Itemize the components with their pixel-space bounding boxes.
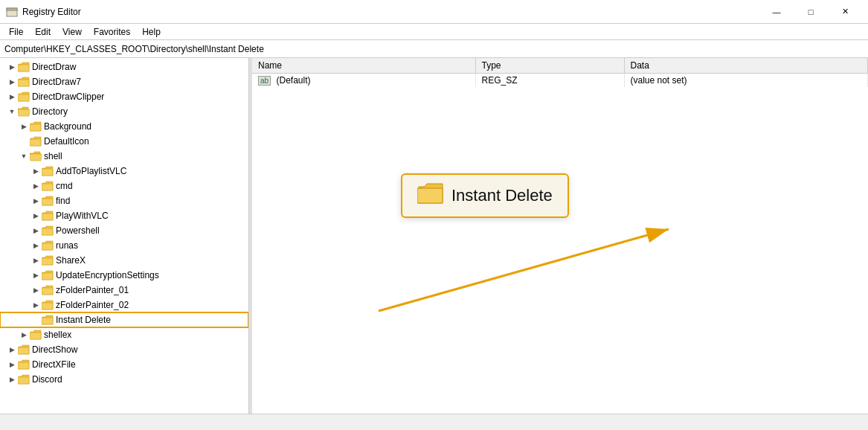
tree-label: Directory [32, 106, 68, 117]
expand-icon[interactable]: ▶ [30, 195, 42, 207]
window-title: Registry Editor [22, 7, 759, 17]
folder-icon [42, 299, 54, 311]
callout-arrow [252, 58, 868, 414]
tree-item-directdraw[interactable]: ▶ DirectDraw [0, 60, 248, 74]
cell-name: ab (Default) [252, 74, 475, 88]
folder-open-icon [30, 150, 42, 162]
tree-item-background[interactable]: ▶ Background [0, 119, 248, 134]
svg-line-2 [379, 229, 669, 311]
expand-icon[interactable]: ▼ [6, 106, 18, 118]
expand-icon[interactable]: ▶ [30, 299, 42, 311]
main-container: ▶ DirectDraw ▶ DirectDraw7 ▶ DirectDrawC… [0, 58, 868, 414]
tree-item-directshow[interactable]: ▶ DirectShow [0, 342, 248, 357]
tree-item-directory[interactable]: ▼ Directory [0, 104, 248, 119]
menu-edit[interactable]: Edit [29, 25, 57, 39]
tree-label: UpdateEncryptionSettings [56, 270, 159, 280]
menu-bar: File Edit View Favorites Help [0, 24, 868, 40]
tree-label: DirectDraw7 [32, 77, 81, 87]
col-type: Type [475, 58, 624, 74]
tree-item-cmd[interactable]: ▶ cmd [0, 179, 248, 193]
menu-view[interactable]: View [57, 25, 88, 39]
tree-label: Instant Delete [56, 315, 111, 325]
tree-item-updateencryption[interactable]: ▶ UpdateEncryptionSettings [0, 268, 248, 283]
tree-label: DirectXFile [32, 359, 76, 370]
expand-icon[interactable]: ▼ [18, 150, 30, 162]
type-badge: ab [258, 76, 271, 86]
tree-label: find [56, 196, 70, 206]
minimize-button[interactable]: — [759, 0, 794, 24]
folder-icon [18, 76, 30, 88]
expand-icon[interactable]: ▶ [30, 180, 42, 192]
tree-item-sharex[interactable]: ▶ ShareX [0, 253, 248, 268]
expand-icon[interactable]: ▶ [18, 121, 30, 132]
tree-label: zFolderPainter_01 [56, 285, 129, 295]
tree-item-addtoplaylistvlc[interactable]: ▶ AddToPlaylistVLC [0, 164, 248, 179]
tree-label: Discord [32, 374, 62, 385]
tree-item-zfolderpainter02[interactable]: ▶ zFolderPainter_02 [0, 298, 248, 312]
expand-icon[interactable]: ▶ [18, 329, 30, 341]
folder-icon [42, 284, 54, 296]
folder-icon [42, 180, 54, 192]
table-row[interactable]: ab (Default) REG_SZ (value not set) [252, 74, 868, 88]
expand-icon[interactable]: ▶ [6, 373, 18, 385]
status-bar [0, 414, 868, 430]
expand-icon[interactable]: ▶ [6, 61, 18, 73]
tree-label: shell [44, 151, 62, 161]
folder-icon [42, 195, 54, 207]
folder-icon [42, 165, 54, 177]
tree-label: Background [44, 121, 91, 132]
tree-item-defaulticon[interactable]: DefaultIcon [0, 134, 248, 149]
tree-pane[interactable]: ▶ DirectDraw ▶ DirectDraw7 ▶ DirectDrawC… [0, 58, 249, 414]
expand-icon[interactable]: ▶ [30, 225, 42, 237]
tree-item-discord[interactable]: ▶ Discord [0, 372, 248, 387]
tree-item-directdrawclipper[interactable]: ▶ DirectDrawClipper [0, 89, 248, 104]
folder-icon [30, 121, 42, 132]
folder-icon [42, 225, 54, 237]
svg-rect-1 [7, 8, 17, 10]
expand-icon[interactable]: ▶ [30, 254, 42, 266]
expand-icon[interactable]: ▶ [30, 210, 42, 222]
tree-item-runas[interactable]: ▶ runas [0, 238, 248, 253]
expand-icon[interactable]: ▶ [6, 76, 18, 88]
expand-icon[interactable]: ▶ [30, 284, 42, 296]
tree-label: DefaultIcon [44, 136, 89, 147]
address-path: Computer\HKEY_CLASSES_ROOT\Directory\she… [4, 44, 264, 54]
callout-box: Instant Delete [401, 173, 569, 218]
registry-table: Name Type Data ab (Default) REG_SZ (valu… [252, 58, 868, 87]
close-button[interactable]: ✕ [828, 0, 862, 24]
tree-item-directdraw7[interactable]: ▶ DirectDraw7 [0, 74, 248, 89]
folder-icon [18, 61, 30, 73]
tree-item-zfolderpainter01[interactable]: ▶ zFolderPainter_01 [0, 283, 248, 298]
app-icon [6, 6, 18, 18]
folder-icon [18, 91, 30, 103]
tree-item-instantdelete[interactable]: Instant Delete [0, 312, 248, 327]
tree-item-shellex[interactable]: ▶ shellex [0, 327, 248, 342]
cell-data: (value not set) [624, 74, 868, 88]
expand-icon[interactable]: ▶ [30, 240, 42, 251]
tree-label: DirectDrawClipper [32, 92, 104, 102]
tree-item-powershell[interactable]: ▶ Powershell [0, 223, 248, 238]
expand-icon[interactable]: ▶ [30, 165, 42, 177]
tree-item-directxfile[interactable]: ▶ DirectXFile [0, 357, 248, 372]
folder-icon [42, 210, 54, 222]
folder-icon [42, 254, 54, 266]
cell-type: REG_SZ [475, 74, 624, 88]
menu-help[interactable]: Help [136, 25, 167, 39]
maximize-button[interactable]: □ [794, 0, 828, 24]
menu-file[interactable]: File [3, 25, 29, 39]
menu-favorites[interactable]: Favorites [88, 25, 136, 39]
expand-icon[interactable]: ▶ [6, 359, 18, 370]
folder-icon [42, 269, 54, 281]
content-pane: Name Type Data ab (Default) REG_SZ (valu… [252, 58, 868, 414]
callout-label: Instant Delete [451, 186, 553, 205]
expand-icon[interactable]: ▶ [6, 91, 18, 103]
tree-item-find[interactable]: ▶ find [0, 193, 248, 208]
tree-label: AddToPlaylistVLC [56, 166, 126, 176]
col-name: Name [252, 58, 475, 74]
tree-label: PlayWithVLC [56, 211, 109, 221]
tree-item-shell[interactable]: ▼ shell [0, 149, 248, 164]
address-bar: Computer\HKEY_CLASSES_ROOT\Directory\she… [0, 40, 868, 58]
expand-icon[interactable]: ▶ [30, 269, 42, 281]
tree-item-playwithvlc[interactable]: ▶ PlayWithVLC [0, 208, 248, 223]
expand-icon[interactable]: ▶ [6, 344, 18, 356]
